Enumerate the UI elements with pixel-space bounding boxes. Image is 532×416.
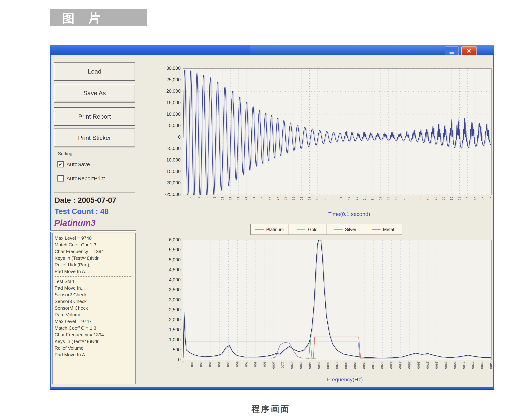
log-line: Relief Volume — [55, 345, 135, 351]
log-line: Pad Move In A... — [55, 268, 135, 275]
y-tick-label: 5,000 — [169, 257, 181, 263]
y-tick-label: 2,000 — [169, 317, 181, 322]
legend-label: Silver — [345, 227, 356, 232]
x-tick-label: 400 — [217, 361, 221, 367]
y-tick-label: 15,000 — [166, 100, 181, 105]
x-tick-label: 14 — [236, 197, 240, 200]
bottom-chart-plot — [183, 240, 492, 360]
bottom-chart-x-axis: 0100200300400500600700800900100011001200… — [183, 361, 491, 376]
y-tick-label: 4,000 — [169, 277, 181, 283]
x-tick-label: 64 — [434, 197, 437, 200]
y-tick-label: 2,500 — [169, 307, 181, 313]
x-tick-label: 2100 — [371, 361, 375, 369]
log-line: Pad Move In A... — [55, 351, 135, 358]
legend-item-platinum: Platinum — [251, 224, 288, 235]
x-tick-label: 2700 — [426, 361, 429, 369]
page: 图 片 ✕ Load Save As Print Report Print St… — [0, 0, 532, 416]
settings-group: Setting ✓AutoSaveAutoReportPrint — [54, 154, 135, 193]
x-tick-label: 4 — [197, 197, 200, 198]
legend-swatch — [297, 229, 305, 230]
y-tick-label: -10,000 — [165, 157, 181, 163]
x-tick-label: 3200 — [471, 361, 474, 369]
x-tick-label: 38 — [331, 197, 335, 200]
x-tick-label: 3400 — [489, 361, 493, 369]
y-tick-label: -5,000 — [167, 146, 181, 151]
x-tick-label: 24 — [276, 197, 279, 200]
x-tick-label: 46 — [362, 197, 366, 200]
legend-label: Gold — [308, 227, 317, 232]
x-tick-label: 18 — [252, 197, 256, 200]
log-line: Sensor3 Check — [55, 298, 135, 305]
y-tick-label: 1,000 — [169, 337, 181, 342]
x-tick-label: 2300 — [389, 361, 393, 369]
x-tick-label: 66 — [442, 197, 445, 200]
x-tick-label: 60 — [418, 197, 421, 200]
print-report-button[interactable]: Print Report — [54, 107, 135, 126]
caption-label: 程序画面 — [251, 404, 290, 414]
x-tick-label: 0 — [181, 361, 185, 363]
y-tick-label: 1,500 — [169, 327, 181, 333]
x-tick-label: 78 — [489, 197, 493, 200]
banner: 图 片 — [50, 9, 147, 26]
x-tick-label: 8 — [212, 197, 216, 198]
x-tick-label: 1000 — [272, 361, 275, 369]
x-tick-label: 2 — [189, 197, 192, 198]
x-tick-label: 10 — [220, 197, 224, 200]
x-tick-label: 6 — [205, 197, 208, 198]
sidebar-divider — [50, 230, 136, 231]
x-tick-label: 2500 — [407, 361, 411, 369]
x-tick-label: 52 — [386, 197, 390, 200]
legend-swatch — [372, 229, 380, 230]
x-tick-label: 40 — [339, 197, 342, 200]
x-tick-label: 3300 — [480, 361, 484, 369]
print-sticker-button[interactable]: Print Sticker — [54, 129, 135, 147]
app-window: ✕ Load Save As Print Report Print Sticke… — [50, 45, 494, 390]
x-tick-label: 900 — [263, 361, 266, 367]
x-tick-label: 1400 — [308, 361, 311, 369]
x-tick-label: 20 — [260, 197, 264, 200]
checkbox-checked-icon: ✓ — [57, 161, 64, 168]
x-tick-label: 74 — [473, 197, 477, 200]
log-line: Pad Move In... — [55, 285, 135, 291]
checkbox-autosave[interactable]: ✓AutoSave — [57, 161, 90, 168]
x-tick-label: 2800 — [435, 361, 438, 369]
log-line: Keys In (Test#48)Ndr — [55, 255, 135, 262]
legend-item-metal: Metal — [364, 224, 402, 235]
x-tick-label: 36 — [323, 197, 327, 200]
x-tick-label: 800 — [253, 361, 257, 367]
log-line: Ram Volume — [55, 311, 135, 318]
y-tick-label: -25,000 — [165, 192, 181, 197]
x-tick-label: 42 — [347, 197, 351, 200]
x-tick-label: 1100 — [281, 361, 284, 369]
legend-swatch — [255, 229, 264, 230]
x-tick-label: 44 — [355, 197, 358, 200]
log-line: Char Frequency = 1394 — [55, 248, 135, 255]
x-tick-label: 16 — [244, 197, 248, 200]
y-tick-label: 25,000 — [166, 77, 181, 83]
top-chart-y-axis: 30,00025,00020,00015,00010,0005,0000-5,0… — [158, 68, 182, 194]
x-tick-label: 1300 — [299, 361, 302, 369]
load-button[interactable]: Load — [54, 62, 135, 80]
x-tick-label: 1200 — [290, 361, 293, 369]
x-tick-label: 32 — [307, 197, 311, 200]
log-line: Max Level = 9747 — [55, 318, 135, 325]
x-tick-label: 600 — [235, 361, 239, 367]
legend-item-silver: Silver — [326, 224, 364, 235]
legend-label: Metal — [383, 227, 394, 232]
y-tick-label: 6,000 — [169, 237, 181, 243]
x-tick-label: 22 — [268, 197, 271, 200]
y-tick-label: 30,000 — [166, 65, 181, 71]
x-tick-label: 12 — [228, 197, 232, 200]
y-tick-label: -15,000 — [165, 169, 181, 174]
save-as-button[interactable]: Save As — [54, 84, 135, 102]
x-tick-label: 100 — [190, 361, 194, 367]
log-line: Max Level = 9748 — [55, 235, 135, 241]
y-tick-label: 3,500 — [169, 287, 181, 293]
checkbox-label: AutoSave — [66, 161, 90, 168]
y-tick-label: 3,000 — [169, 297, 181, 303]
log-line: Relief Hide(Part) — [55, 262, 135, 268]
legend-swatch — [334, 229, 342, 230]
checkbox-autoreportprint[interactable]: AutoReportPrint — [57, 175, 105, 181]
x-tick-label: 0 — [181, 197, 185, 198]
log-list[interactable]: Max Level = 9748Match Coeff C = 1.3Char … — [52, 233, 136, 384]
